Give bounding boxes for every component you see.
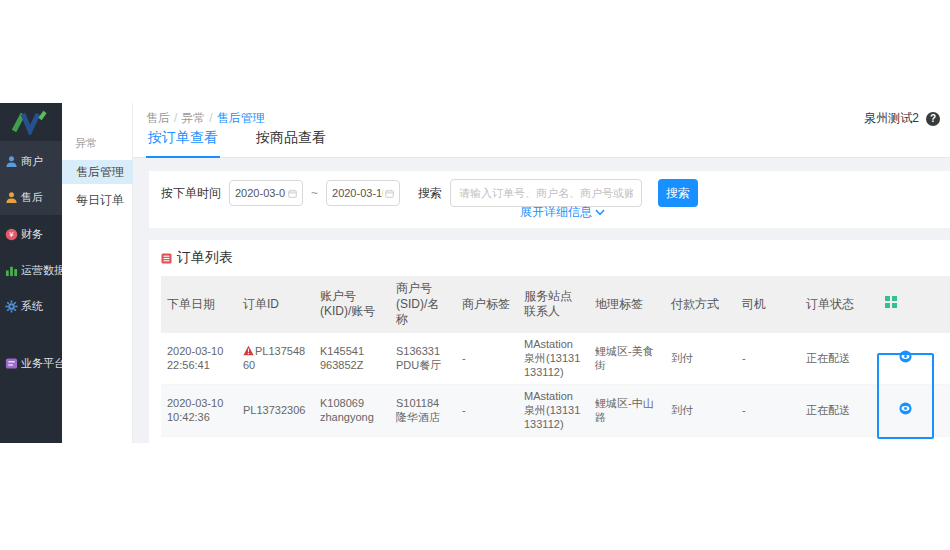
date-range-separator: ~ <box>311 186 318 200</box>
submenu-group-label: 异常 <box>75 136 97 151</box>
order-time-filter-label: 按下单时间 <box>161 185 221 202</box>
date-from-value[interactable] <box>235 187 286 199</box>
col-order-id: 订单ID <box>237 276 314 333</box>
cell-station-contact: MAstation泉州(13131133112) <box>518 333 589 384</box>
table-row: 2020-03-10 22:56:41 PL13754860 K14554196… <box>161 333 950 384</box>
cell-order-id: PL13646991 <box>237 436 314 443</box>
breadcrumb-current: 售后管理 <box>217 111 265 125</box>
view-tabs: 按订单查看 按商品查看 <box>146 129 328 158</box>
col-station-contact: 服务站点联系人 <box>518 276 589 333</box>
sidebar-item-label: 售后 <box>21 190 43 205</box>
cell-sid-name: S136331PDU餐厅 <box>390 333 456 384</box>
col-driver: 司机 <box>736 276 800 333</box>
search-button[interactable]: 搜索 <box>658 179 698 207</box>
expand-details-label: 展开详细信息 <box>520 204 592 221</box>
app-logo <box>0 106 62 138</box>
cell-order-date: 2020-03-10 22:56:41 <box>161 333 237 384</box>
sidebar-item-operations-data[interactable]: 运营数据 <box>0 257 62 283</box>
col-order-date: 下单日期 <box>161 276 237 333</box>
order-list-title: 订单列表 <box>161 249 950 267</box>
cell-order-id: PL13754860 <box>237 333 314 384</box>
breadcrumb-aftersales[interactable]: 售后 <box>146 111 170 125</box>
page: 商户 售后 ¥ 财务 运营数据 <box>0 0 950 550</box>
cell-actions <box>879 436 950 443</box>
admin-app: 商户 售后 ¥ 财务 运营数据 <box>0 103 950 443</box>
search-input[interactable] <box>450 179 642 207</box>
breadcrumb-exception[interactable]: 异常 <box>181 111 205 125</box>
cell-driver: - <box>736 384 800 436</box>
cell-station-contact: MAstation泉州(13131133112) <box>518 436 589 443</box>
cell-geo-tag: 鲤城区-美食街 <box>589 333 665 384</box>
cell-order-status: 正在配送 <box>800 436 879 443</box>
cell-sid-name: S101184隆华酒店 <box>390 384 456 436</box>
date-from-input[interactable] <box>229 180 303 206</box>
cell-station-contact: MAstation泉州(13131133112) <box>518 384 589 436</box>
view-order-eye-icon[interactable] <box>899 402 912 415</box>
filter-card: 按下单时间 ~ 搜索 搜索 <box>149 171 950 228</box>
merchant-person-icon <box>5 155 18 168</box>
tab-by-product[interactable]: 按商品查看 <box>254 129 328 158</box>
column-settings-grid-icon[interactable] <box>885 296 897 308</box>
cell-merchant-tag: - <box>456 384 518 436</box>
date-to-input[interactable] <box>326 180 400 206</box>
cell-kid-account: K107762852258 <box>314 436 390 443</box>
user-area: 泉州测试2 ? <box>864 110 940 127</box>
filter-row: 按下单时间 ~ 搜索 搜索 <box>149 171 950 207</box>
table-header-row: 下单日期 订单ID 账户号(KID)/账号 商户号(SID)/名称 商户标签 服… <box>161 276 950 333</box>
cell-order-id: PL13732306 <box>237 384 314 436</box>
help-icon[interactable]: ? <box>926 112 940 126</box>
cell-actions <box>879 333 950 384</box>
expand-details-link[interactable]: 展开详细信息 <box>520 204 605 221</box>
cell-order-status: 正在配送 <box>800 333 879 384</box>
sidebar-item-merchant[interactable]: 商户 <box>0 148 62 174</box>
cell-merchant-tag: - <box>456 333 518 384</box>
platform-icon <box>5 357 18 370</box>
username[interactable]: 泉州测试2 <box>864 110 919 127</box>
tab-by-order[interactable]: 按订单查看 <box>146 129 220 158</box>
list-icon <box>161 253 172 264</box>
logo-mark-icon <box>9 109 53 135</box>
sidebar-item-label: 财务 <box>21 227 43 242</box>
submenu-item-aftersales-management[interactable]: 售后管理 <box>62 160 133 184</box>
cell-payment: 到付 <box>665 436 736 443</box>
cell-geo-tag: 鲤城区-美食街 <box>589 436 665 443</box>
chevron-down-icon <box>595 209 605 216</box>
col-payment: 付款方式 <box>665 276 736 333</box>
cell-kid-account: K108069zhangyong <box>314 384 390 436</box>
breadcrumb: 售后/异常/售后管理 <box>146 110 265 127</box>
cell-driver: - <box>736 333 800 384</box>
cell-order-status: 正在配送 <box>800 384 879 436</box>
sidebar-item-system[interactable]: 系统 <box>0 293 62 319</box>
table-row: 2020-03-06 15:21:42 PL13646991 K10776285… <box>161 436 950 443</box>
cell-sid-name: S100901建筑学院保 <box>390 436 456 443</box>
content-area: 按下单时间 ~ 搜索 搜索 <box>133 158 950 443</box>
col-actions <box>879 276 950 333</box>
view-order-eye-icon[interactable] <box>899 350 912 363</box>
secondary-sidebar: 异常 售后管理 每日订单 <box>62 103 133 443</box>
svg-text:¥: ¥ <box>9 230 14 239</box>
primary-sidebar: 商户 售后 ¥ 财务 运营数据 <box>0 103 62 443</box>
topbar: 售后/异常/售后管理 泉州测试2 ? 按订单查看 按商品查看 <box>133 103 950 158</box>
col-sid-name: 商户号(SID)/名称 <box>390 276 456 333</box>
sidebar-item-aftersales[interactable]: 售后 <box>0 184 62 210</box>
cell-payment: 到付 <box>665 384 736 436</box>
col-kid-account: 账户号(KID)/账号 <box>314 276 390 333</box>
aftersales-person-icon <box>5 191 18 204</box>
submenu-item-daily-orders[interactable]: 每日订单 <box>62 188 133 212</box>
cell-order-date: 2020-03-06 15:21:42 <box>161 436 237 443</box>
sidebar-item-business-platform[interactable]: 业务平台 <box>0 350 62 376</box>
sidebar-item-label: 运营数据 <box>21 263 65 278</box>
sidebar-item-label: 商户 <box>21 154 43 169</box>
col-geo-tag: 地理标签 <box>589 276 665 333</box>
cell-actions <box>879 384 950 436</box>
warning-triangle-icon <box>243 345 254 356</box>
sidebar-item-finance[interactable]: ¥ 财务 <box>0 221 62 247</box>
cell-payment: 到付 <box>665 333 736 384</box>
calendar-icon[interactable] <box>385 188 394 199</box>
breadcrumb-separator: / <box>209 111 212 125</box>
calendar-icon[interactable] <box>288 188 297 199</box>
bar-chart-icon <box>5 264 18 277</box>
cell-kid-account: K145541963852Z <box>314 333 390 384</box>
gear-icon <box>5 300 18 313</box>
date-to-value[interactable] <box>332 187 383 199</box>
